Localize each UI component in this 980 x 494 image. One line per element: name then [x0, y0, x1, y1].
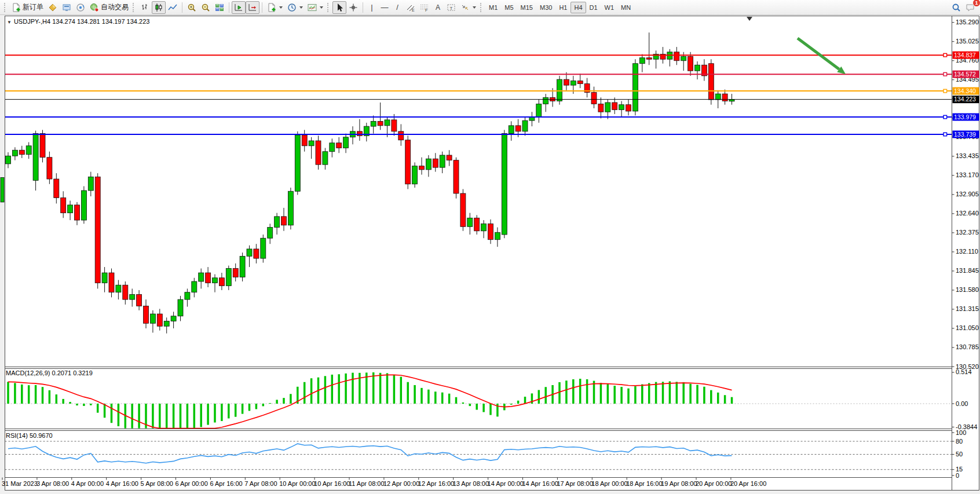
search-button[interactable]	[949, 1, 963, 14]
new-order-icon	[12, 3, 21, 12]
horizontal-line-icon: —	[381, 3, 389, 11]
autotrading-label: 自动交易	[101, 2, 129, 12]
svg-text:5 Apr 08:00: 5 Apr 08:00	[141, 480, 173, 487]
horizontal-line-tool-button[interactable]: —	[378, 1, 391, 14]
svg-text:17 Apr 08:00: 17 Apr 08:00	[557, 480, 593, 487]
auto-scroll-button[interactable]	[232, 1, 246, 14]
indicators-icon	[267, 3, 276, 12]
search-icon	[952, 3, 961, 12]
auto-scroll-icon	[234, 3, 243, 12]
text-label-icon: T	[447, 3, 456, 12]
vertical-line-icon: |	[371, 3, 372, 11]
svg-text:12 Apr 16:00: 12 Apr 16:00	[418, 480, 454, 487]
price-label-134.223: 134.223	[953, 96, 979, 103]
svg-text:131.580: 131.580	[956, 286, 979, 293]
arrow-objects-icon	[460, 3, 470, 12]
periods-dropdown-caret	[299, 6, 303, 9]
svg-text:0.00: 0.00	[956, 400, 968, 407]
svg-text:13 Apr 08:00: 13 Apr 08:00	[453, 480, 489, 487]
terminal-icon	[62, 3, 71, 12]
terminal-button[interactable]	[60, 1, 74, 14]
clipped-candle-left-edge	[1, 178, 4, 202]
channel-tool-button[interactable]: E	[404, 1, 418, 14]
timeframe-m1-button[interactable]: M1	[485, 2, 501, 13]
timeframe-d1-button[interactable]: D1	[586, 2, 601, 13]
svg-text:133.739: 133.739	[954, 131, 976, 138]
zoom-in-button[interactable]	[185, 1, 199, 14]
zoom-out-button[interactable]	[199, 1, 213, 14]
timeframe-h1-button[interactable]: H1	[555, 2, 571, 13]
svg-text:131.315: 131.315	[956, 305, 979, 312]
new-order-button[interactable]: 新订单	[9, 1, 46, 14]
svg-text:3 Apr 08:00: 3 Apr 08:00	[36, 480, 69, 487]
timeframe-m15-button[interactable]: M15	[517, 2, 536, 13]
price-label-134.572: 134.572	[953, 71, 979, 78]
periods-button[interactable]	[285, 1, 305, 14]
bar-chart-button[interactable]	[138, 1, 152, 14]
chart-shift-button[interactable]	[246, 1, 259, 14]
strategy-tester-button[interactable]	[74, 1, 87, 14]
candlestick-chart-button[interactable]	[152, 1, 166, 14]
line-chart-button[interactable]	[166, 1, 180, 14]
price-label-133.739: 133.739	[953, 130, 979, 138]
timeframe-m30-button[interactable]: M30	[536, 2, 555, 13]
metaeditor-button[interactable]	[46, 1, 60, 14]
toolbar-drag-handle[interactable]	[480, 3, 482, 12]
strategy-tester-icon	[76, 3, 85, 12]
svg-text:134.223: 134.223	[954, 96, 976, 103]
svg-text:133.435: 133.435	[956, 152, 979, 159]
autotrading-icon	[90, 3, 99, 12]
autotrading-button[interactable]: 自动交易	[87, 1, 131, 14]
cursor-tool-button[interactable]	[332, 1, 346, 14]
text-tool-button[interactable]: A	[432, 1, 444, 14]
crosshair-tool-button[interactable]	[346, 1, 360, 14]
svg-text:10 Apr 16:00: 10 Apr 16:00	[314, 480, 350, 487]
svg-text:10 Apr 00:00: 10 Apr 00:00	[279, 480, 315, 487]
timeframe-mn-button[interactable]: MN	[617, 2, 634, 13]
vertical-line-tool-button[interactable]: |	[365, 1, 378, 14]
notification-badge[interactable]: 1	[972, 0, 980, 7]
zoom-in-icon	[187, 3, 196, 12]
svg-text:T: T	[450, 5, 453, 10]
arrows-tool-button[interactable]	[458, 1, 478, 14]
svg-text:50: 50	[956, 451, 963, 458]
trendline-tool-button[interactable]: /	[391, 1, 404, 14]
svg-text:135.025: 135.025	[956, 38, 979, 45]
cursor-icon	[335, 3, 344, 12]
svg-text:6 Apr 16:00: 6 Apr 16:00	[210, 480, 242, 487]
indicators-button[interactable]	[265, 1, 285, 14]
svg-text:133.170: 133.170	[956, 171, 979, 178]
toolbar-drag-handle[interactable]	[133, 3, 135, 12]
toolbar-drag-handle[interactable]	[4, 3, 6, 12]
svg-text:19 Apr 08:00: 19 Apr 08:00	[661, 480, 697, 487]
price-label-133.979: 133.979	[953, 114, 979, 121]
templates-button[interactable]	[305, 1, 326, 14]
svg-text:14 Apr 16:00: 14 Apr 16:00	[522, 480, 558, 487]
svg-text:80: 80	[956, 438, 963, 445]
price-label-134.340: 134.340	[953, 87, 979, 95]
periods-clock-icon	[287, 3, 297, 12]
one-click-trading-collapse-icon[interactable]: ▼	[7, 20, 12, 25]
svg-text:7 Apr 08:00: 7 Apr 08:00	[244, 480, 277, 487]
timeframe-h4-button[interactable]: H4	[571, 2, 586, 13]
tile-windows-button[interactable]	[213, 1, 226, 14]
fibonacci-icon: F	[420, 3, 429, 12]
svg-text:134.837: 134.837	[954, 52, 976, 58]
text-tool-icon: A	[436, 4, 440, 11]
svg-text:134.572: 134.572	[954, 71, 976, 78]
candlestick-chart-icon	[154, 3, 163, 12]
svg-text:F: F	[425, 8, 427, 12]
timeframe-w1-button[interactable]: W1	[601, 2, 618, 13]
svg-text:134.340: 134.340	[954, 87, 976, 94]
toolbar-drag-handle[interactable]	[327, 3, 330, 12]
svg-text:132.375: 132.375	[956, 229, 979, 236]
templates-dropdown-caret	[320, 6, 323, 9]
svg-text:131.050: 131.050	[956, 324, 979, 331]
text-label-tool-button[interactable]: T	[444, 1, 458, 14]
equidistant-channel-icon: E	[406, 3, 415, 12]
svg-text:130.785: 130.785	[956, 343, 979, 350]
svg-text:133.979: 133.979	[954, 114, 976, 120]
svg-text:E: E	[412, 8, 415, 12]
timeframe-m5-button[interactable]: M5	[501, 2, 517, 13]
fibonacci-tool-button[interactable]: F	[418, 1, 432, 14]
